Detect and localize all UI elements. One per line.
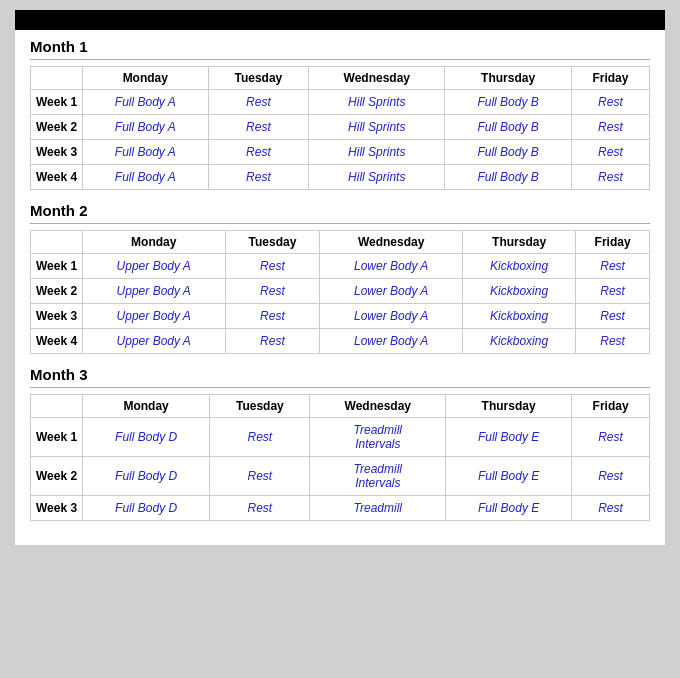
wednesday-cell: Lower Body A: [320, 329, 463, 354]
table-row: Week 1Full Body ARestHill SprintsFull Bo…: [31, 90, 650, 115]
tuesday-cell: Rest: [208, 115, 309, 140]
table-row: Week 4Full Body ARestHill SprintsFull Bo…: [31, 165, 650, 190]
wednesday-cell: Hill Sprints: [309, 90, 445, 115]
wednesday-cell: Lower Body A: [320, 279, 463, 304]
month-table-2: MondayTuesdayWednesdayThursdayFridayWeek…: [30, 230, 650, 354]
thursday-cell: Kickboxing: [462, 279, 575, 304]
table-row: Week 1Upper Body ARestLower Body AKickbo…: [31, 254, 650, 279]
table-row: Week 3Upper Body ARestLower Body AKickbo…: [31, 304, 650, 329]
tuesday-cell: Rest: [210, 457, 310, 496]
week-label: Week 2: [31, 457, 83, 496]
month-title-3: Month 3: [30, 366, 650, 383]
wednesday-cell: Lower Body A: [320, 304, 463, 329]
week-label: Week 1: [31, 90, 83, 115]
table-row: Week 1Full Body DRestTreadmillIntervalsF…: [31, 418, 650, 457]
monday-cell: Upper Body A: [83, 304, 226, 329]
friday-cell: Rest: [571, 140, 649, 165]
month-section-1: Month 1MondayTuesdayWednesdayThursdayFri…: [15, 30, 665, 194]
page-container: Month 1MondayTuesdayWednesdayThursdayFri…: [15, 10, 665, 545]
monday-cell: Full Body A: [83, 90, 209, 115]
tuesday-cell: Rest: [208, 90, 309, 115]
tuesday-cell: Rest: [208, 165, 309, 190]
friday-cell: Rest: [571, 115, 649, 140]
monday-cell: Upper Body A: [83, 329, 226, 354]
tuesday-cell: Rest: [225, 329, 320, 354]
tuesday-cell: Rest: [208, 140, 309, 165]
tuesday-cell: Rest: [210, 496, 310, 521]
thursday-cell: Full Body B: [445, 165, 571, 190]
month-section-3: Month 3MondayTuesdayWednesdayThursdayFri…: [15, 358, 665, 525]
col-header-wednesday: Wednesday: [320, 231, 463, 254]
col-header-thursday: Thursday: [446, 395, 572, 418]
table-row: Week 2Upper Body ARestLower Body AKickbo…: [31, 279, 650, 304]
month-table-1: MondayTuesdayWednesdayThursdayFridayWeek…: [30, 66, 650, 190]
col-header-: [31, 67, 83, 90]
wednesday-cell: TreadmillIntervals: [310, 457, 446, 496]
month-title-2: Month 2: [30, 202, 650, 219]
page-title: [15, 10, 665, 30]
col-header-monday: Monday: [83, 67, 209, 90]
thursday-cell: Kickboxing: [462, 329, 575, 354]
thursday-cell: Full Body E: [446, 496, 572, 521]
week-label: Week 3: [31, 496, 83, 521]
friday-cell: Rest: [576, 254, 650, 279]
wednesday-cell: Treadmill: [310, 496, 446, 521]
col-header-friday: Friday: [576, 231, 650, 254]
week-label: Week 3: [31, 304, 83, 329]
week-label: Week 4: [31, 329, 83, 354]
wednesday-cell: Hill Sprints: [309, 140, 445, 165]
col-header-wednesday: Wednesday: [310, 395, 446, 418]
col-header-tuesday: Tuesday: [208, 67, 309, 90]
monday-cell: Upper Body A: [83, 254, 226, 279]
monday-cell: Full Body A: [83, 140, 209, 165]
col-header-thursday: Thursday: [445, 67, 571, 90]
tuesday-cell: Rest: [225, 279, 320, 304]
col-header-: [31, 231, 83, 254]
monday-cell: Upper Body A: [83, 279, 226, 304]
thursday-cell: Full Body E: [446, 418, 572, 457]
friday-cell: Rest: [571, 165, 649, 190]
col-header-monday: Monday: [83, 231, 226, 254]
month-section-2: Month 2MondayTuesdayWednesdayThursdayFri…: [15, 194, 665, 358]
friday-cell: Rest: [572, 418, 650, 457]
week-label: Week 4: [31, 165, 83, 190]
month-table-3: MondayTuesdayWednesdayThursdayFridayWeek…: [30, 394, 650, 521]
thursday-cell: Kickboxing: [462, 304, 575, 329]
week-label: Week 2: [31, 279, 83, 304]
week-label: Week 3: [31, 140, 83, 165]
monday-cell: Full Body D: [83, 496, 210, 521]
table-row: Week 2Full Body DRestTreadmillIntervalsF…: [31, 457, 650, 496]
table-row: Week 3Full Body ARestHill SprintsFull Bo…: [31, 140, 650, 165]
monday-cell: Full Body A: [83, 165, 209, 190]
month-title-1: Month 1: [30, 38, 650, 55]
tuesday-cell: Rest: [225, 304, 320, 329]
friday-cell: Rest: [572, 457, 650, 496]
monday-cell: Full Body A: [83, 115, 209, 140]
table-row: Week 4Upper Body ARestLower Body AKickbo…: [31, 329, 650, 354]
friday-cell: Rest: [571, 90, 649, 115]
col-header-friday: Friday: [572, 395, 650, 418]
friday-cell: Rest: [576, 279, 650, 304]
thursday-cell: Kickboxing: [462, 254, 575, 279]
monday-cell: Full Body D: [83, 457, 210, 496]
thursday-cell: Full Body E: [446, 457, 572, 496]
week-label: Week 2: [31, 115, 83, 140]
thursday-cell: Full Body B: [445, 115, 571, 140]
week-label: Week 1: [31, 418, 83, 457]
col-header-monday: Monday: [83, 395, 210, 418]
col-header-friday: Friday: [571, 67, 649, 90]
tuesday-cell: Rest: [225, 254, 320, 279]
friday-cell: Rest: [576, 329, 650, 354]
col-header-tuesday: Tuesday: [210, 395, 310, 418]
wednesday-cell: Hill Sprints: [309, 115, 445, 140]
wednesday-cell: TreadmillIntervals: [310, 418, 446, 457]
tuesday-cell: Rest: [210, 418, 310, 457]
week-label: Week 1: [31, 254, 83, 279]
wednesday-cell: Hill Sprints: [309, 165, 445, 190]
monday-cell: Full Body D: [83, 418, 210, 457]
thursday-cell: Full Body B: [445, 140, 571, 165]
col-header-thursday: Thursday: [462, 231, 575, 254]
table-row: Week 3Full Body DRestTreadmillFull Body …: [31, 496, 650, 521]
col-header-tuesday: Tuesday: [225, 231, 320, 254]
col-header-: [31, 395, 83, 418]
